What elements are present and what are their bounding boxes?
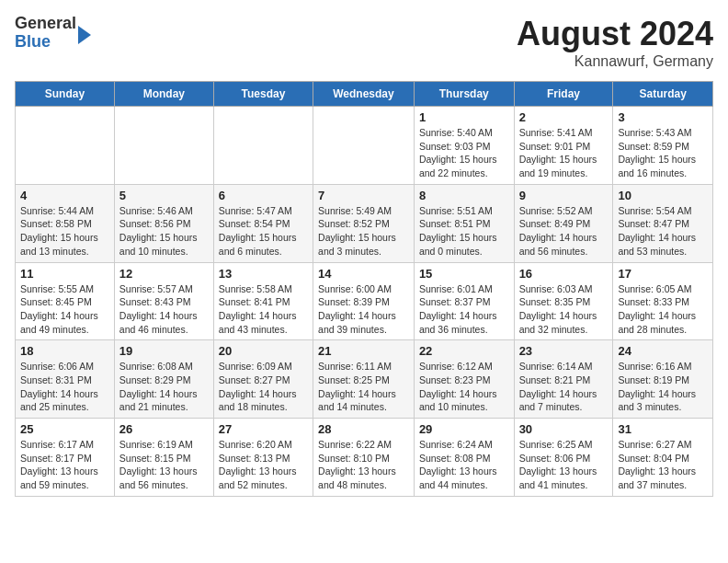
day-number: 17 (618, 267, 708, 281)
day-number: 22 (419, 344, 509, 358)
day-info: Sunrise: 6:17 AM Sunset: 8:17 PM Dayligh… (20, 438, 109, 492)
day-info: Sunrise: 5:44 AM Sunset: 8:58 PM Dayligh… (20, 204, 109, 259)
day-info: Sunrise: 5:52 AM Sunset: 8:49 PM Dayligh… (519, 204, 609, 259)
calendar-cell: 24Sunrise: 6:16 AM Sunset: 8:19 PM Dayli… (613, 340, 713, 419)
day-number: 8 (419, 189, 509, 202)
calendar-cell: 14Sunrise: 6:00 AM Sunset: 8:39 PM Dayli… (313, 262, 415, 340)
day-number: 31 (618, 422, 708, 436)
day-number: 16 (519, 267, 609, 281)
day-number: 28 (318, 422, 409, 436)
day-number: 9 (519, 189, 609, 202)
calendar-cell: 10Sunrise: 5:54 AM Sunset: 8:47 PM Dayli… (613, 184, 713, 262)
day-info: Sunrise: 6:09 AM Sunset: 8:27 PM Dayligh… (219, 360, 308, 414)
week-row-5: 25Sunrise: 6:17 AM Sunset: 8:17 PM Dayli… (16, 419, 713, 497)
calendar-table: SundayMondayTuesdayWednesdayThursdayFrid… (15, 81, 713, 497)
calendar-cell: 3Sunrise: 5:43 AM Sunset: 8:59 PM Daylig… (613, 107, 713, 185)
day-info: Sunrise: 5:51 AM Sunset: 8:51 PM Dayligh… (419, 204, 509, 259)
calendar-cell (16, 107, 115, 185)
calendar-cell: 21Sunrise: 6:11 AM Sunset: 8:25 PM Dayli… (313, 340, 415, 419)
calendar-cell: 28Sunrise: 6:22 AM Sunset: 8:10 PM Dayli… (313, 419, 415, 497)
calendar-cell: 4Sunrise: 5:44 AM Sunset: 8:58 PM Daylig… (16, 184, 115, 262)
day-number: 5 (119, 189, 209, 202)
week-row-4: 18Sunrise: 6:06 AM Sunset: 8:31 PM Dayli… (16, 340, 713, 419)
calendar-cell: 31Sunrise: 6:27 AM Sunset: 8:04 PM Dayli… (613, 419, 713, 497)
day-number: 19 (119, 344, 209, 358)
day-number: 2 (519, 110, 609, 124)
day-number: 29 (419, 422, 509, 436)
calendar-cell: 22Sunrise: 6:12 AM Sunset: 8:23 PM Dayli… (414, 340, 514, 419)
logo-arrow-icon (78, 26, 91, 44)
day-number: 21 (318, 344, 409, 358)
calendar-cell: 13Sunrise: 5:58 AM Sunset: 8:41 PM Dayli… (213, 262, 313, 340)
day-info: Sunrise: 6:05 AM Sunset: 8:33 PM Dayligh… (618, 282, 708, 337)
calendar-cell: 20Sunrise: 6:09 AM Sunset: 8:27 PM Dayli… (213, 340, 313, 419)
col-header-sunday: Sunday (16, 82, 115, 107)
calendar-cell: 2Sunrise: 5:41 AM Sunset: 9:01 PM Daylig… (514, 107, 613, 185)
day-info: Sunrise: 5:46 AM Sunset: 8:56 PM Dayligh… (119, 204, 209, 259)
week-row-1: 1Sunrise: 5:40 AM Sunset: 9:03 PM Daylig… (16, 107, 713, 185)
day-number: 26 (119, 422, 209, 436)
day-info: Sunrise: 6:06 AM Sunset: 8:31 PM Dayligh… (20, 360, 109, 414)
day-number: 7 (318, 189, 409, 202)
week-row-3: 11Sunrise: 5:55 AM Sunset: 8:45 PM Dayli… (16, 262, 713, 340)
day-number: 18 (20, 344, 109, 358)
calendar-cell (313, 107, 415, 185)
day-info: Sunrise: 6:27 AM Sunset: 8:04 PM Dayligh… (618, 438, 708, 492)
logo-text: General Blue (15, 15, 76, 52)
day-info: Sunrise: 6:20 AM Sunset: 8:13 PM Dayligh… (219, 438, 308, 492)
day-number: 11 (20, 267, 109, 281)
day-number: 25 (20, 422, 109, 436)
day-info: Sunrise: 6:11 AM Sunset: 8:25 PM Dayligh… (318, 360, 409, 414)
calendar-cell: 8Sunrise: 5:51 AM Sunset: 8:51 PM Daylig… (414, 184, 514, 262)
calendar-cell: 17Sunrise: 6:05 AM Sunset: 8:33 PM Dayli… (613, 262, 713, 340)
day-info: Sunrise: 6:25 AM Sunset: 8:06 PM Dayligh… (519, 438, 609, 492)
calendar-cell (213, 107, 313, 185)
calendar-cell: 16Sunrise: 6:03 AM Sunset: 8:35 PM Dayli… (514, 262, 613, 340)
col-header-wednesday: Wednesday (313, 82, 415, 107)
day-info: Sunrise: 5:57 AM Sunset: 8:43 PM Dayligh… (119, 282, 209, 337)
calendar-cell: 12Sunrise: 5:57 AM Sunset: 8:43 PM Dayli… (114, 262, 213, 340)
day-number: 24 (618, 344, 708, 358)
calendar-header-row: SundayMondayTuesdayWednesdayThursdayFrid… (16, 82, 713, 107)
day-number: 10 (618, 189, 708, 202)
day-info: Sunrise: 5:41 AM Sunset: 9:01 PM Dayligh… (519, 126, 609, 180)
day-info: Sunrise: 6:12 AM Sunset: 8:23 PM Dayligh… (419, 360, 509, 414)
day-info: Sunrise: 5:47 AM Sunset: 8:54 PM Dayligh… (219, 204, 308, 259)
day-number: 27 (219, 422, 308, 436)
page-header: General Blue August 2024 Kannawurf, Germ… (15, 15, 713, 70)
day-number: 15 (419, 267, 509, 281)
day-number: 13 (219, 267, 308, 281)
calendar-cell: 29Sunrise: 6:24 AM Sunset: 8:08 PM Dayli… (414, 419, 514, 497)
calendar-cell: 1Sunrise: 5:40 AM Sunset: 9:03 PM Daylig… (414, 107, 514, 185)
day-info: Sunrise: 6:22 AM Sunset: 8:10 PM Dayligh… (318, 438, 409, 492)
col-header-friday: Friday (514, 82, 613, 107)
col-header-tuesday: Tuesday (213, 82, 313, 107)
day-number: 30 (519, 422, 609, 436)
day-info: Sunrise: 6:16 AM Sunset: 8:19 PM Dayligh… (618, 360, 708, 414)
calendar-cell: 19Sunrise: 6:08 AM Sunset: 8:29 PM Dayli… (114, 340, 213, 419)
day-number: 20 (219, 344, 308, 358)
calendar-cell: 9Sunrise: 5:52 AM Sunset: 8:49 PM Daylig… (514, 184, 613, 262)
calendar-cell: 26Sunrise: 6:19 AM Sunset: 8:15 PM Dayli… (114, 419, 213, 497)
day-number: 14 (318, 267, 409, 281)
day-number: 12 (119, 267, 209, 281)
day-info: Sunrise: 6:19 AM Sunset: 8:15 PM Dayligh… (119, 438, 209, 492)
day-number: 6 (219, 189, 308, 202)
title-block: August 2024 Kannawurf, Germany (517, 15, 713, 70)
day-info: Sunrise: 5:43 AM Sunset: 8:59 PM Dayligh… (618, 126, 708, 180)
calendar-cell (114, 107, 213, 185)
day-info: Sunrise: 6:08 AM Sunset: 8:29 PM Dayligh… (119, 360, 209, 414)
day-info: Sunrise: 6:03 AM Sunset: 8:35 PM Dayligh… (519, 282, 609, 337)
day-info: Sunrise: 6:14 AM Sunset: 8:21 PM Dayligh… (519, 360, 609, 414)
calendar-cell: 27Sunrise: 6:20 AM Sunset: 8:13 PM Dayli… (213, 419, 313, 497)
day-info: Sunrise: 5:55 AM Sunset: 8:45 PM Dayligh… (20, 282, 109, 337)
calendar-cell: 6Sunrise: 5:47 AM Sunset: 8:54 PM Daylig… (213, 184, 313, 262)
day-number: 3 (618, 110, 708, 124)
day-info: Sunrise: 6:01 AM Sunset: 8:37 PM Dayligh… (419, 282, 509, 337)
day-info: Sunrise: 5:40 AM Sunset: 9:03 PM Dayligh… (419, 126, 509, 180)
day-info: Sunrise: 6:24 AM Sunset: 8:08 PM Dayligh… (419, 438, 509, 492)
calendar-cell: 18Sunrise: 6:06 AM Sunset: 8:31 PM Dayli… (16, 340, 115, 419)
calendar-cell: 30Sunrise: 6:25 AM Sunset: 8:06 PM Dayli… (514, 419, 613, 497)
col-header-saturday: Saturday (613, 82, 713, 107)
logo-blue: Blue (15, 33, 76, 52)
